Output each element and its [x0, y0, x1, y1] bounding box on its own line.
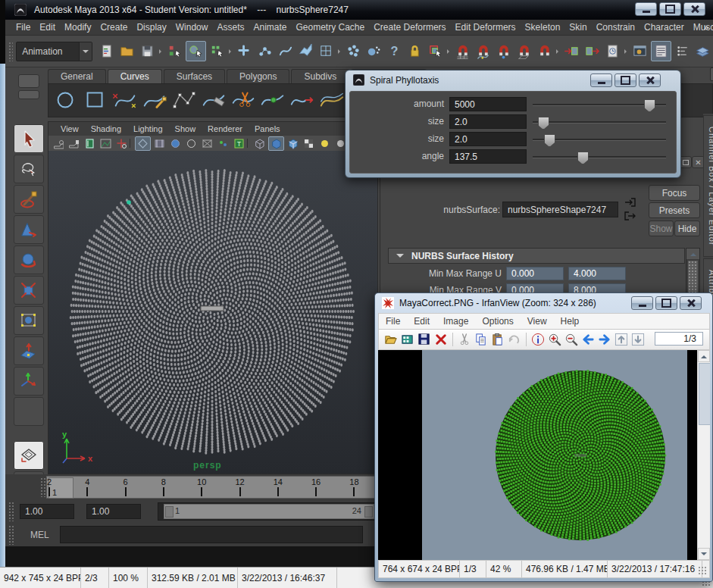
first-image-button[interactable]	[613, 332, 630, 348]
show-button[interactable]: Show	[649, 220, 674, 236]
select-hierarchy-icon[interactable]	[165, 42, 184, 61]
copy-button[interactable]	[473, 332, 489, 348]
cut-curve-icon[interactable]	[229, 86, 258, 115]
side-tab-channel-box[interactable]: Channel Box / Layer Editor	[703, 115, 713, 257]
ep-curve-icon[interactable]	[170, 86, 199, 115]
maya-menu-edit[interactable]: Edit	[35, 20, 60, 36]
command-line-grip[interactable]	[8, 525, 14, 545]
nurbs-circle-icon[interactable]	[52, 86, 80, 115]
maya-menu-edit-deformers[interactable]: Edit Deformers	[451, 20, 521, 36]
isolate-select-icon[interactable]	[216, 137, 230, 150]
wire-cube-icon[interactable]	[252, 137, 267, 150]
offset-curve-icon[interactable]	[317, 86, 346, 115]
lasso-tool[interactable]	[14, 155, 44, 183]
irfanview-window[interactable]: MayaCorrect.PNG - IrfanView (Zoom: 324 x…	[374, 292, 713, 582]
mask-deformations-icon[interactable]	[317, 42, 336, 61]
maya-menu-modify[interactable]: Modify	[60, 20, 95, 36]
input-connection-icon[interactable]	[624, 197, 636, 208]
save-button[interactable]	[416, 332, 433, 348]
zoom-out-button[interactable]	[563, 332, 580, 348]
focus-button[interactable]: Focus	[649, 185, 700, 201]
snap-plane-magnet-icon[interactable]	[514, 42, 533, 61]
animation-start-field[interactable]: 1.00	[86, 504, 141, 519]
mask-rendering-icon[interactable]	[344, 42, 363, 61]
maximize-button[interactable]	[614, 74, 636, 87]
maya-menu-skeleton[interactable]: Skeleton	[521, 20, 565, 36]
render-layers-icon[interactable]	[693, 42, 712, 61]
viewport-canvas[interactable]: y x persp	[48, 151, 377, 474]
shelf-tab-curves[interactable]: Curves	[108, 69, 162, 83]
thumbnails-button[interactable]	[399, 332, 416, 348]
select-tool[interactable]	[14, 124, 44, 153]
viewport-menu-shading[interactable]: Shading	[85, 124, 127, 133]
select-object-icon[interactable]	[186, 41, 206, 61]
output-connection-icon[interactable]	[624, 211, 636, 221]
playback-range-bar[interactable]: 1 24	[158, 502, 377, 521]
angle-slider-track[interactable]	[533, 156, 666, 158]
maya-menu-skin[interactable]: Skin	[564, 20, 591, 36]
size-field[interactable]: 2.0	[449, 114, 527, 129]
maya-menu-window[interactable]: Window	[171, 20, 213, 36]
maya-menu-create[interactable]: Create	[95, 20, 132, 36]
cv-curve-icon[interactable]	[111, 86, 139, 115]
ipr-render-icon[interactable]	[673, 42, 692, 61]
angle-field[interactable]: 137.5	[449, 149, 527, 164]
viewport-menu-panels[interactable]: Panels	[249, 124, 286, 133]
nurbs-square-icon[interactable]	[81, 86, 110, 115]
shelf-tab-polygons[interactable]: Polygons	[227, 69, 289, 83]
attr-max-field[interactable]: 4.000	[568, 267, 626, 280]
snap-curve-magnet-icon[interactable]	[474, 42, 493, 61]
attach-curves-icon[interactable]	[258, 86, 287, 115]
select-component-icon[interactable]	[208, 42, 227, 61]
current-frame-indicator[interactable]: 1	[48, 477, 73, 499]
hide-button[interactable]: Hide	[674, 220, 700, 236]
minimize-button[interactable]	[635, 2, 657, 16]
film-gate-icon[interactable]	[152, 137, 167, 150]
perspective-viewport[interactable]: ViewShadingLightingShowRendererPanels T …	[48, 121, 378, 474]
viewport-menu-show[interactable]: Show	[169, 124, 202, 133]
extend-curve-icon[interactable]	[288, 86, 317, 115]
flat-shade-icon[interactable]	[184, 137, 199, 150]
amount-field[interactable]: 5000	[449, 97, 527, 111]
maya-menu-display[interactable]: Display	[132, 20, 170, 36]
maya-menu-geometry-cache[interactable]: Geometry Cache	[292, 20, 370, 36]
maya-menu-muscle[interactable]: Muscle	[689, 20, 713, 36]
range-start-handle[interactable]	[165, 506, 174, 518]
save-scene-icon[interactable]	[138, 42, 157, 61]
size-slider-thumb[interactable]	[538, 117, 549, 130]
snap-magnet-icon[interactable]	[535, 42, 554, 61]
key-light-icon[interactable]	[317, 137, 332, 150]
maya-menu-constrain[interactable]: Constrain	[592, 20, 640, 36]
presets-button[interactable]: Presets	[649, 202, 700, 218]
size-field[interactable]: 2.0	[449, 132, 527, 146]
open-button[interactable]	[383, 332, 399, 348]
zoom-in-button[interactable]	[546, 332, 563, 348]
camera-attributes-icon[interactable]	[67, 137, 81, 150]
shelf-menu-button[interactable]	[18, 90, 39, 99]
mask-dynamics-icon[interactable]	[364, 42, 383, 61]
shelf-tab-subdivs[interactable]: Subdivs	[291, 69, 349, 83]
mask-curves-icon[interactable]	[276, 42, 295, 61]
irfanview-menu-file[interactable]: File	[379, 316, 407, 327]
object-name-field[interactable]: nurbsSphereShape7247	[502, 202, 618, 217]
irfanview-menu-edit[interactable]: Edit	[407, 316, 436, 327]
scroll-up-button[interactable]	[686, 249, 699, 259]
image-plane-icon[interactable]	[99, 137, 113, 150]
bookmarks-icon[interactable]	[83, 137, 97, 150]
paste-button[interactable]	[489, 332, 506, 348]
shelf-tab-general[interactable]: General	[48, 69, 106, 83]
last-tool[interactable]	[14, 397, 44, 426]
viewport-menu-renderer[interactable]: Renderer	[202, 124, 249, 133]
highlight-selection-icon[interactable]	[426, 42, 445, 61]
scroll-up-button[interactable]	[698, 350, 710, 362]
viewport-menu-lighting[interactable]: Lighting	[127, 124, 169, 133]
input-connections-icon[interactable]	[562, 42, 581, 61]
mel-command-input[interactable]	[60, 526, 363, 543]
menu-overflow-indicator[interactable]: »	[704, 23, 708, 32]
checker-icon[interactable]	[302, 137, 316, 150]
timeline-ruler[interactable]: 1 24681012141618	[46, 476, 377, 499]
vertical-scrollbar[interactable]	[697, 350, 710, 560]
minimize-button[interactable]	[631, 296, 653, 310]
close-button[interactable]	[639, 74, 661, 87]
statusline-grip[interactable]	[8, 42, 13, 61]
